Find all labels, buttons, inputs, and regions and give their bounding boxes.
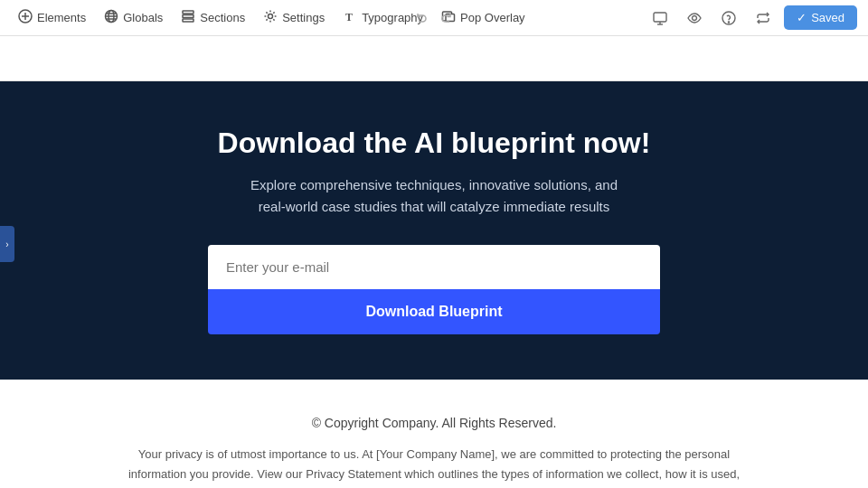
svg-point-11 [269,14,273,19]
saved-label: Saved [811,11,844,24]
left-panel-handle[interactable]: › [0,226,14,262]
toolbar: Elements Globals [0,0,868,36]
svg-rect-8 [183,11,193,14]
preview-button[interactable] [681,5,708,32]
svg-rect-15 [654,13,666,22]
toolbar-item-settings[interactable]: Settings [256,5,332,31]
download-button-label: Download Blueprint [365,304,502,319]
toolbar-right: ✓ Saved [646,5,857,32]
elements-icon [18,9,33,26]
top-content-bar [0,36,868,81]
toolbar-item-globals[interactable]: Globals [97,5,170,31]
svg-rect-10 [183,19,193,22]
toolbar-item-elements[interactable]: Elements [11,5,93,31]
svg-rect-9 [183,15,193,18]
elements-label: Elements [37,11,86,24]
redo-button[interactable] [435,6,458,30]
saved-check-icon: ✓ [797,11,807,24]
svg-point-20 [729,21,730,22]
undo-redo-group [410,6,458,30]
desktop-view-button[interactable] [646,5,674,32]
globe-icon [104,9,118,26]
download-button[interactable]: Download Blueprint [208,289,660,334]
help-button[interactable] [715,5,742,32]
typography-icon: T [343,9,357,26]
share-button[interactable] [750,5,777,32]
settings-label: Settings [282,11,325,24]
footer-section: © Copyright Company. All Rights Reserved… [0,380,868,488]
hero-subtext: Explore comprehensive techniques, innova… [244,174,624,218]
svg-text:T: T [345,11,353,23]
svg-point-18 [693,15,697,20]
gear-icon [263,9,278,26]
globals-label: Globals [123,11,163,24]
main-content-area: Download the AI blueprint now! Explore c… [0,36,868,488]
hero-heading: Download the AI blueprint now! [218,127,651,160]
email-form: Download Blueprint [208,245,660,334]
email-input[interactable] [208,245,660,289]
sections-label: Sections [200,11,245,24]
dark-hero-section: Download the AI blueprint now! Explore c… [0,81,868,380]
left-handle-icon: › [5,239,8,249]
pop-overlay-label: Pop Overlay [460,11,525,24]
undo-button[interactable] [410,6,433,30]
privacy-text: Your privacy is of utmost importance to … [127,445,741,488]
saved-button[interactable]: ✓ Saved [784,5,857,30]
copyright-text: © Copyright Company. All Rights Reserved… [18,416,850,430]
sections-icon [181,9,195,26]
toolbar-item-sections[interactable]: Sections [174,5,252,31]
toolbar-center-controls [410,6,458,30]
